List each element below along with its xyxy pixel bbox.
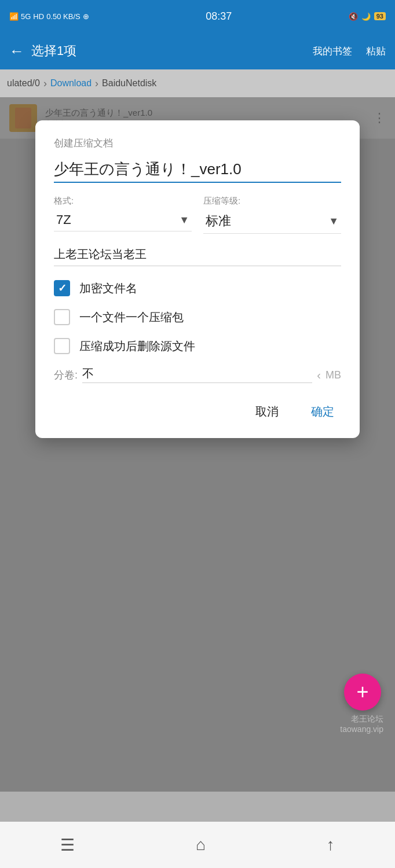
delete-after-compress-checkbox[interactable] — [54, 338, 70, 354]
nav-menu-icon[interactable]: ☰ — [60, 836, 75, 855]
moon-icon: 🌙 — [361, 12, 371, 21]
speed-text: 0.50 KB/S — [46, 12, 81, 21]
one-file-per-archive-label: 一个文件一个压缩包 — [79, 310, 184, 325]
level-group: 压缩等级: 标准 ▼ — [203, 196, 341, 234]
bg-content: 少年王の言う通り！_ver1.0 文件夹 ⋮ 创建压缩文档 格式: 7Z ▼ — [0, 97, 395, 792]
fab-add-button[interactable]: + — [344, 674, 381, 711]
split-input[interactable] — [82, 367, 312, 383]
format-select[interactable]: 7Z ▼ — [54, 209, 192, 231]
back-button[interactable]: ← — [9, 42, 24, 60]
breadcrumb-item-2[interactable]: BaiduNetdisk — [102, 78, 156, 89]
format-label: 格式: — [54, 196, 192, 207]
filename-input[interactable] — [54, 160, 341, 183]
status-bar: 📶 5G HD 0.50 KB/S ⊕ 08:37 🔇 🌙 93 — [0, 0, 395, 32]
toolbar-actions: 我的书签 粘贴 — [313, 45, 386, 58]
battery-level: 93 — [374, 12, 386, 20]
level-label: 压缩等级: — [203, 196, 341, 207]
split-unit: MB — [325, 369, 341, 381]
split-arrow-icon: ‹ — [317, 369, 321, 382]
clock: 08:37 — [206, 10, 232, 23]
cancel-button[interactable]: 取消 — [248, 399, 286, 424]
breadcrumb-item-1[interactable]: Download — [50, 78, 92, 89]
wifi-icon: ⊕ — [83, 12, 89, 21]
format-value: 7Z — [56, 212, 71, 227]
split-row: 分卷: ‹ MB — [54, 367, 341, 383]
watermark-line2: taowang.vip — [340, 724, 383, 734]
level-value: 标准 — [206, 212, 231, 230]
dialog-overlay: 创建压缩文档 格式: 7Z ▼ 压缩等级: 标准 ▼ — [0, 97, 395, 792]
toolbar-title: 选择1项 — [31, 42, 306, 60]
nav-home-icon[interactable]: ⌂ — [196, 836, 206, 854]
dialog-title: 创建压缩文档 — [54, 137, 341, 150]
dialog-buttons: 取消 确定 — [54, 399, 341, 424]
paste-button[interactable]: 粘贴 — [366, 45, 386, 58]
breadcrumb-sep-0: › — [43, 78, 47, 90]
signal-icon: 📶 — [9, 12, 19, 21]
breadcrumb: ulated/0 › Download › BaiduNetdisk — [0, 69, 395, 97]
one-file-per-archive-checkbox[interactable] — [54, 309, 70, 325]
hd-badge: HD — [33, 12, 44, 21]
mute-icon: 🔇 — [349, 12, 358, 21]
delete-after-compress-label: 压缩成功后删除源文件 — [79, 339, 195, 354]
status-right: 🔇 🌙 93 — [349, 12, 386, 21]
encrypt-filename-checkbox[interactable] — [54, 280, 70, 296]
breadcrumb-item-0[interactable]: ulated/0 — [7, 78, 40, 89]
format-dropdown-arrow: ▼ — [179, 214, 189, 226]
split-label: 分卷: — [54, 368, 78, 382]
level-select[interactable]: 标准 ▼ — [203, 209, 341, 234]
password-input[interactable] — [54, 248, 341, 266]
delete-after-compress-row[interactable]: 压缩成功后删除源文件 — [54, 338, 341, 354]
nav-share-icon[interactable]: ↑ — [327, 836, 335, 854]
confirm-button[interactable]: 确定 — [304, 399, 341, 424]
format-group: 格式: 7Z ▼ — [54, 196, 192, 234]
watermark-line1: 老王论坛 — [340, 714, 383, 724]
watermark: 老王论坛 taowang.vip — [340, 714, 383, 734]
encrypt-filename-row[interactable]: 加密文件名 — [54, 280, 341, 296]
signal-type: 5G — [21, 12, 31, 21]
level-dropdown-arrow: ▼ — [328, 215, 339, 227]
status-left: 📶 5G HD 0.50 KB/S ⊕ — [9, 12, 89, 21]
one-file-per-archive-row[interactable]: 一个文件一个压缩包 — [54, 309, 341, 325]
bookmark-button[interactable]: 我的书签 — [313, 45, 352, 58]
breadcrumb-sep-1: › — [95, 78, 98, 90]
app-toolbar: ← 选择1项 我的书签 粘贴 — [0, 32, 395, 69]
bottom-nav: ☰ ⌂ ↑ — [0, 822, 395, 868]
encrypt-filename-label: 加密文件名 — [79, 281, 137, 296]
format-row: 格式: 7Z ▼ 压缩等级: 标准 ▼ — [54, 196, 341, 234]
create-archive-dialog: 创建压缩文档 格式: 7Z ▼ 压缩等级: 标准 ▼ — [35, 120, 360, 438]
